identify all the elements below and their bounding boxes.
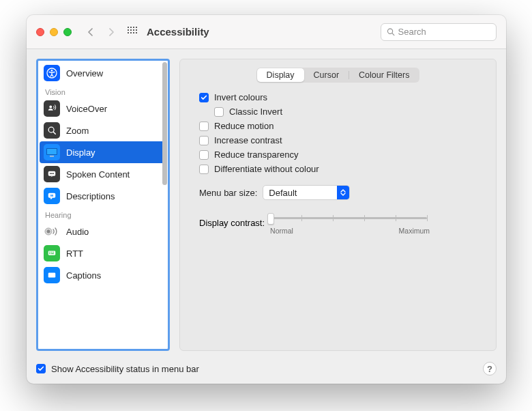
sidebar-item-label: Display: [66, 147, 95, 158]
svg-line-1: [392, 33, 394, 36]
checkbox-icon: [199, 122, 209, 131]
svg-rect-20: [51, 252, 53, 253]
show-all-button[interactable]: [128, 27, 138, 38]
tab-cursor[interactable]: Cursor: [304, 68, 349, 82]
svg-point-12: [51, 173, 53, 174]
sidebar-group-vision: Vision: [40, 84, 166, 98]
select-value: Default: [269, 188, 297, 198]
back-button[interactable]: [87, 28, 95, 36]
display-contrast-slider[interactable]: [270, 211, 427, 225]
accessibility-icon: [44, 65, 60, 81]
sidebar-item-audio[interactable]: Audio: [40, 221, 166, 242]
window-title: Accessibility: [147, 26, 209, 38]
checkbox-label: Classic Invert: [229, 107, 282, 117]
svg-rect-9: [50, 156, 54, 157]
zoom-button[interactable]: [63, 28, 72, 36]
preferences-window: Accessibility Overview Vision VoiceOver: [27, 15, 506, 384]
classic-invert-checkbox[interactable]: Classic Invert: [214, 107, 485, 117]
checkbox-label: Differentiate without colour: [214, 164, 319, 174]
svg-rect-18: [48, 251, 56, 255]
tab-display[interactable]: Display: [257, 68, 304, 82]
sidebar-item-label: RTT: [66, 249, 83, 259]
search-icon: [387, 27, 395, 36]
checkbox-icon: [214, 107, 224, 117]
menu-bar-size-row: Menu bar size: Default: [199, 185, 485, 200]
main-panel: Display Cursor Colour Filters Invert col…: [179, 59, 497, 351]
spoken-content-icon: [44, 166, 60, 182]
titlebar: Accessibility: [27, 15, 506, 49]
sidebar-item-display[interactable]: Display: [40, 141, 166, 163]
sidebar-item-label: Descriptions: [66, 191, 115, 201]
sidebar-item-overview[interactable]: Overview: [40, 62, 166, 84]
tab-colour-filters[interactable]: Colour Filters: [349, 68, 419, 82]
sidebar-item-label: Spoken Content: [66, 169, 130, 180]
minimize-button[interactable]: [50, 28, 58, 36]
invert-colours-checkbox[interactable]: Invert colours: [199, 92, 485, 102]
footer: Show Accessibility status in menu bar ?: [27, 356, 506, 384]
svg-rect-21: [53, 252, 54, 253]
svg-point-11: [50, 173, 51, 174]
nav-controls: [87, 27, 138, 38]
checkbox-icon: [199, 165, 209, 174]
sidebar-item-spoken-content[interactable]: Spoken Content: [40, 163, 166, 185]
checkbox-label: Show Accessibility status in menu bar: [51, 364, 199, 374]
svg-text:99: 99: [50, 194, 53, 197]
checkbox-icon: [199, 136, 209, 145]
menu-bar-size-select[interactable]: Default: [263, 185, 350, 200]
checkbox-label: Invert colours: [214, 92, 267, 102]
captions-icon: [44, 267, 60, 283]
rtt-icon: [44, 245, 60, 261]
svg-rect-8: [47, 149, 57, 154]
slider-min-label: Normal: [270, 227, 293, 235]
slider-knob[interactable]: [267, 213, 274, 225]
sidebar-scrollbar[interactable]: [162, 62, 167, 185]
sidebar-item-descriptions[interactable]: 99 Descriptions: [40, 185, 166, 207]
sidebar-item-zoom[interactable]: Zoom: [40, 119, 166, 141]
svg-point-17: [47, 230, 50, 233]
sidebar-group-hearing: Hearing: [40, 207, 166, 221]
descriptions-icon: 99: [44, 188, 60, 204]
search-input[interactable]: [398, 27, 490, 37]
forward-button[interactable]: [107, 28, 115, 36]
sidebar-item-label: Audio: [66, 227, 89, 237]
svg-line-6: [53, 132, 55, 134]
checkbox-label: Increase contrast: [214, 135, 282, 145]
sidebar: Overview Vision VoiceOver Zoom Display: [36, 59, 170, 351]
checkbox-icon: [36, 364, 46, 373]
tab-segmented-control: Display Cursor Colour Filters: [256, 68, 420, 83]
search-field[interactable]: [381, 23, 497, 41]
sidebar-item-label: Overview: [66, 68, 103, 79]
svg-point-3: [51, 70, 53, 72]
chevron-up-down-icon: [337, 186, 349, 199]
voiceover-icon: [44, 100, 60, 117]
sidebar-item-captions[interactable]: Captions: [40, 264, 166, 286]
close-button[interactable]: [36, 28, 44, 36]
svg-point-13: [53, 173, 54, 174]
increase-contrast-checkbox[interactable]: Increase contrast: [199, 135, 485, 145]
checkbox-label: Reduce transparency: [214, 150, 299, 160]
window-controls: [36, 28, 72, 36]
sidebar-item-label: Zoom: [66, 126, 89, 136]
content-area: Overview Vision VoiceOver Zoom Display: [27, 49, 506, 356]
display-icon: [44, 144, 60, 160]
sidebar-item-label: VoiceOver: [66, 104, 107, 114]
svg-rect-24: [48, 273, 56, 278]
audio-icon: [44, 223, 60, 240]
reduce-motion-checkbox[interactable]: Reduce motion: [199, 121, 485, 131]
sidebar-item-label: Captions: [66, 270, 101, 281]
reduce-transparency-checkbox[interactable]: Reduce transparency: [199, 150, 485, 160]
checkbox-icon: [199, 93, 209, 102]
sidebar-item-rtt[interactable]: RTT: [40, 242, 166, 264]
differentiate-colour-checkbox[interactable]: Differentiate without colour: [199, 164, 485, 174]
svg-rect-23: [51, 253, 54, 254]
zoom-icon: [44, 122, 60, 139]
svg-rect-19: [49, 252, 50, 253]
display-contrast-label: Display contrast:: [199, 218, 265, 228]
help-button[interactable]: ?: [483, 362, 497, 375]
show-status-checkbox[interactable]: Show Accessibility status in menu bar: [36, 364, 199, 374]
slider-labels: Normal Maximum: [270, 227, 430, 235]
sidebar-item-voiceover[interactable]: VoiceOver: [40, 98, 166, 119]
display-options: Invert colours Classic Invert Reduce mot…: [199, 92, 485, 174]
svg-point-4: [49, 105, 52, 108]
display-contrast-row: Display contrast: Normal Maxim: [199, 211, 485, 235]
